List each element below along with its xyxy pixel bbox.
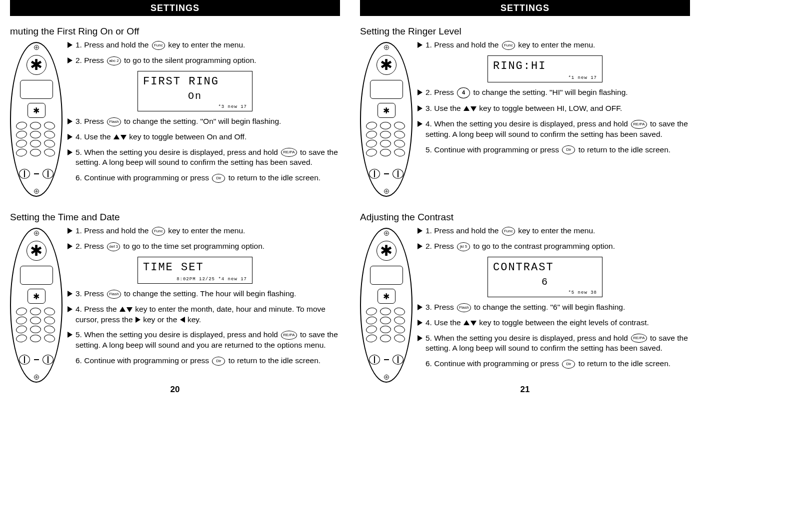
lcd-line-2: On xyxy=(143,89,247,103)
step-text: Press xyxy=(434,88,454,96)
step-text: to go to the silent programming option. xyxy=(124,56,256,64)
section-title-contrast: Adjusting the Contrast xyxy=(360,212,690,223)
page-left: SETTINGS muting the First Ring On or Off… xyxy=(10,0,340,398)
steps-ringer: 1. Press and hold the Func key to enter … xyxy=(418,40,690,160)
lcd-line-1: RING:HI xyxy=(493,59,597,74)
step-number: 6. xyxy=(76,173,84,182)
instruction-step: 4. Use the key to toggle between On and … xyxy=(68,132,340,142)
arrow-icon xyxy=(418,228,422,234)
left-arrow-icon xyxy=(180,317,185,323)
step-text: key to enter the menu. xyxy=(518,40,595,49)
step-number: 2. xyxy=(76,242,84,250)
step-body: 3. Use the key to toggle between HI, LOW… xyxy=(426,103,622,114)
step-text: When the setting you desire is displayed… xyxy=(84,330,278,339)
step-body: 6. Continue with programming or press Di… xyxy=(76,356,320,366)
arrow-icon xyxy=(68,243,72,249)
section-mute: muting the First Ring On or Off ✱ ✱ 1. P… xyxy=(10,26,340,197)
key-k4-icon: 4 xyxy=(457,87,470,98)
arrow-icon xyxy=(418,42,422,48)
arrow-icon xyxy=(418,304,422,310)
instruction-step: 6. Continue with programming or press Di… xyxy=(418,359,690,369)
step-text: to return to the idle screen. xyxy=(228,173,320,182)
step-number: 3. xyxy=(426,303,434,311)
instruction-step: 1. Press and hold the Func key to enter … xyxy=(418,226,690,236)
step-text: Press xyxy=(434,242,454,250)
lcd-line-3: *5 new 38 xyxy=(493,290,597,296)
step-number: 5. xyxy=(76,148,84,156)
step-text: Press and hold the xyxy=(434,226,498,235)
arrow-icon xyxy=(418,105,422,111)
key-flash-icon: Flash xyxy=(457,303,471,312)
lcd-line-2: 6 xyxy=(493,275,597,289)
arrow-icon xyxy=(68,228,72,234)
arrow-icon xyxy=(68,306,72,312)
step-text: to change the setting. The hour will beg… xyxy=(124,289,296,298)
key-dir-icon: Dir xyxy=(562,145,575,154)
step-body: 1. Press and hold the Func key to enter … xyxy=(426,226,595,236)
up-down-arrow-icon xyxy=(120,306,132,313)
handset-illustration: ✱✱ xyxy=(10,228,62,383)
step-number: 4. xyxy=(426,119,434,128)
step-number: 1. xyxy=(76,226,84,235)
header-bar-left: SETTINGS xyxy=(10,0,340,16)
step-text: Press the xyxy=(84,305,116,313)
step-text: key to enter the menu. xyxy=(518,226,595,235)
key-func-icon: Func xyxy=(152,41,165,50)
step-body: 6. Continue with programming or press Di… xyxy=(426,359,670,369)
step-text: key to enter the menu. xyxy=(168,40,245,49)
step-body: 4. Use the key to toggle between On and … xyxy=(76,132,246,142)
page-right: SETTINGS Setting the Ringer Level ✱✱ 1. … xyxy=(360,0,690,398)
step-body: 4. Use the key to toggle between the eig… xyxy=(426,318,649,328)
instruction-step: 5. Continue with programming or press Di… xyxy=(418,145,690,155)
instruction-step: 6. Continue with programming or press Di… xyxy=(68,173,340,183)
lcd-icon xyxy=(20,80,53,99)
step-number: 6. xyxy=(76,356,84,365)
step-body: 4. When the setting you desire is displa… xyxy=(426,119,690,140)
step-text: to return to the idle screen. xyxy=(578,145,670,154)
key-dir-icon: Dir xyxy=(212,357,225,366)
step-body: 5. When the setting you desire is displa… xyxy=(76,330,340,351)
step-number: 4. xyxy=(76,305,84,313)
instruction-step: 3. Press Flash to change the setting. "6… xyxy=(418,302,690,313)
step-number: 3. xyxy=(76,117,84,125)
step-body: 6. Continue with programming or press Di… xyxy=(76,173,320,183)
step-text: Press xyxy=(84,242,104,250)
step-text: Use the xyxy=(434,318,460,327)
step-text: key to toggle between On and Off. xyxy=(129,132,246,141)
step-text: Use the xyxy=(84,132,110,141)
step-number: 2. xyxy=(426,88,434,96)
lcd-line-1: CONTRAST xyxy=(493,260,597,275)
step-text: key to toggle between the eight levels o… xyxy=(479,318,649,327)
section-title-mute: muting the First Ring On or Off xyxy=(10,26,340,37)
key-k2-icon: abc 2 xyxy=(107,56,121,65)
step-number: 2. xyxy=(76,56,84,64)
step-number: 1. xyxy=(426,40,434,49)
arrow-icon xyxy=(418,121,422,127)
step-body: 3. Press Flash to change the setting. Th… xyxy=(76,289,296,299)
step-body: 1. Press and hold the Func key to enter … xyxy=(76,40,245,50)
step-text: key or the xyxy=(143,315,177,324)
handset-illustration: ✱✱ xyxy=(360,42,412,197)
instruction-step: 4. Use the key to toggle between the eig… xyxy=(418,318,690,328)
right-arrow-icon xyxy=(136,317,140,323)
key-func-icon: Func xyxy=(152,227,165,236)
speaker-icon: ✱ xyxy=(26,55,46,75)
instruction-step: 3. Press Flash to change the setting. "O… xyxy=(68,116,340,127)
step-text: to change the setting. "HI" will begin f… xyxy=(473,88,628,96)
step-number: 6. xyxy=(426,359,434,368)
step-body: 4. Press the key to enter the month, dat… xyxy=(76,304,340,325)
section-title-ringer: Setting the Ringer Level xyxy=(360,26,690,37)
step-text: When the setting you desire is displayed… xyxy=(434,334,628,342)
step-body: 2. Press def 3 to go to the time set pro… xyxy=(76,241,264,252)
arrow-icon xyxy=(418,335,422,341)
step-number: 5. xyxy=(426,145,434,154)
up-down-arrow-icon xyxy=(464,320,476,327)
step-text: Press xyxy=(84,289,104,298)
instruction-step: 2. Press def 3 to go to the time set pro… xyxy=(68,241,340,252)
step-number: 3. xyxy=(76,289,84,298)
lcd-line-3: 8:02PM 12/25 *4 new 17 xyxy=(143,276,247,282)
page-number-right: 21 xyxy=(360,385,690,395)
instruction-step: 1. Press and hold the Func key to enter … xyxy=(68,40,340,50)
key-k5-icon: jkl 5 xyxy=(457,242,470,251)
instruction-step: 5. When the setting you desire is displa… xyxy=(68,147,340,168)
